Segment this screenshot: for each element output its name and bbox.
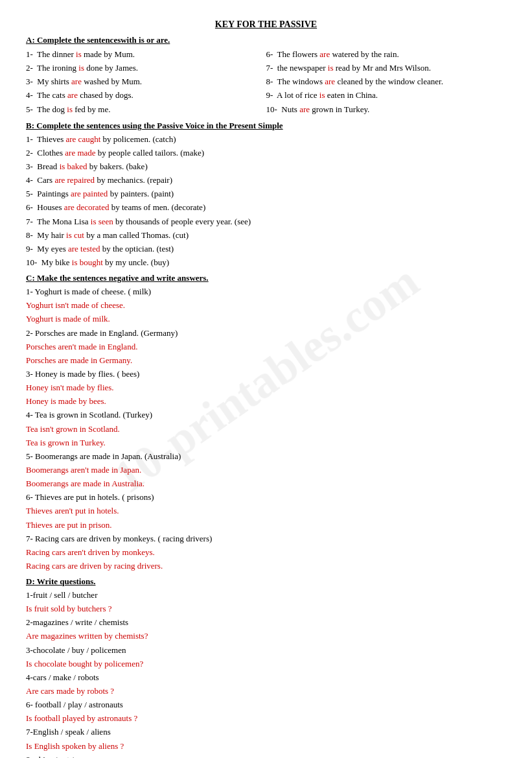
section-d-content: 1-fruit / sell / butcherIs fruit sold by… (26, 589, 506, 758)
section-a-header: A: Complete the sentenceswith is or are. (26, 35, 506, 45)
list-item: 3-chocolate / buy / policemen (26, 644, 506, 657)
list-item: Yoghurt isn't made of cheese. (26, 299, 506, 312)
list-item: 8- chips / eat / everyone (26, 753, 506, 758)
list-item: Racing cars are driven by racing drivers… (26, 560, 506, 573)
list-item: Are cars made by robots ? (26, 685, 506, 698)
section-c-content: 1- Yoghurt is made of cheese. ( milk)Yog… (26, 285, 506, 573)
list-item: 4-cars / make / robots (26, 671, 506, 684)
list-item: 8- My hair is cut by a man called Thomas… (26, 229, 506, 242)
list-item: 2- Porsches are made in England. (German… (26, 327, 506, 340)
list-item: Porsches aren't made in England. (26, 340, 506, 353)
list-item: 2- The ironing is done by James. (26, 62, 266, 75)
list-item: 3- Honey is made by flies. ( bees) (26, 368, 506, 381)
section-a-col2: 6- The flowers are watered by the rain.7… (266, 47, 507, 117)
list-item: 7- the newspaper is read by Mr and Mrs W… (266, 62, 507, 75)
list-item: Yoghurt is made of milk. (26, 313, 506, 326)
list-item: 6- Houses are decorated by teams of men.… (26, 201, 506, 214)
list-item: 1- The dinner is made by Mum. (26, 48, 266, 61)
section-b-header: B: Complete the sentences using the Pass… (26, 121, 506, 131)
list-item: 7-English / speak / aliens (26, 726, 506, 739)
list-item: Tea is grown in Turkey. (26, 436, 506, 449)
section-d-header: D: Write questions. (26, 576, 506, 587)
list-item: 3- My shirts are washed by Mum. (26, 75, 266, 88)
list-item: Is chocolate bought by policemen? (26, 657, 506, 670)
list-item: 4- The cats are chased by dogs. (26, 89, 266, 102)
list-item: 4- Tea is grown in Scotland. (Turkey) (26, 409, 506, 421)
list-item: Honey isn't made by flies. (26, 381, 506, 394)
list-item: 10- My bike is bought by my uncle. (buy) (26, 256, 506, 269)
list-item: 3- Bread is baked by bakers. (bake) (26, 160, 506, 173)
list-item: Racing cars aren't driven by monkeys. (26, 546, 506, 559)
section-a-content: 1- The dinner is made by Mum.2- The iron… (26, 47, 506, 117)
list-item: 7- Racing cars are driven by monkeys. ( … (26, 532, 506, 545)
list-item: 2-magazines / write / chemists (26, 616, 506, 629)
list-item: 5- Boomerangs are made in Japan. (Austra… (26, 450, 506, 463)
list-item: 1- Yoghurt is made of cheese. ( milk) (26, 285, 506, 298)
list-item: Is football played by astronauts ? (26, 712, 506, 725)
list-item: Porsches are made in Germany. (26, 354, 506, 367)
list-item: Is English spoken by aliens ? (26, 740, 506, 753)
list-item: 6- football / play / astronauts (26, 698, 506, 711)
list-item: 6- Thieves are put in hotels. ( prisons) (26, 491, 506, 504)
list-item: Thieves are put in prison. (26, 519, 506, 532)
list-item: Boomerangs are made in Australia. (26, 477, 506, 490)
list-item: Thieves aren't put in hotels. (26, 504, 506, 517)
list-item: 7- The Mona Lisa is seen by thousands of… (26, 215, 506, 228)
list-item: 1-fruit / sell / butcher (26, 589, 506, 602)
list-item: 6- The flowers are watered by the rain. (266, 48, 507, 61)
list-item: 4- Cars are repaired by mechanics. (repa… (26, 174, 506, 187)
list-item: 1- Thieves are caught by policemen. (cat… (26, 133, 506, 146)
list-item: 8- The windows are cleaned by the window… (266, 75, 507, 88)
list-item: Are magazines written by chemists? (26, 630, 506, 643)
section-c-header: C: Make the sentences negative and write… (26, 273, 506, 283)
list-item: Honey is made by bees. (26, 395, 506, 408)
list-item: 5- The dog is fed by me. (26, 103, 266, 116)
list-item: 2- Clothes are made by people called tai… (26, 147, 506, 160)
section-b-content: 1- Thieves are caught by policemen. (cat… (26, 133, 506, 269)
list-item: 5- Paintings are painted by painters. (p… (26, 187, 506, 200)
list-item: 10- Nuts are grown in Turkey. (266, 103, 507, 116)
list-item: Is fruit sold by butchers ? (26, 602, 506, 615)
list-item: Boomerangs aren't made in Japan. (26, 464, 506, 477)
section-a-col1: 1- The dinner is made by Mum.2- The iron… (26, 47, 266, 117)
list-item: 9- My eyes are tested by the optician. (… (26, 243, 506, 255)
list-item: Tea isn't grown in Scotland. (26, 423, 506, 436)
page-title: KEY FOR THE PASSIVE (26, 19, 506, 30)
list-item: 9- A lot of rice is eaten in China. (266, 89, 507, 102)
